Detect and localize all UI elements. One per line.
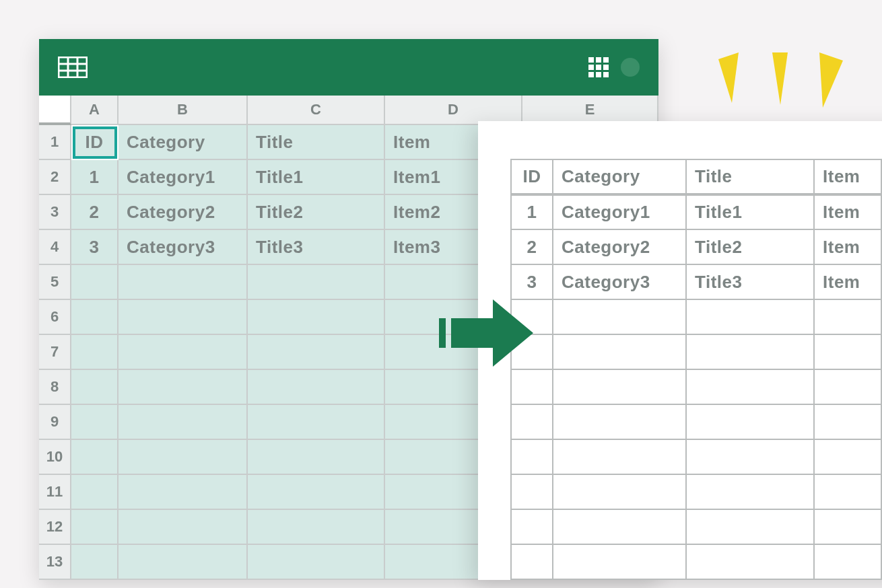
cell[interactable]: [248, 475, 385, 510]
cell-B1[interactable]: Category: [118, 125, 248, 160]
td-category: Category3: [553, 264, 686, 299]
col-header-A[interactable]: A: [71, 96, 118, 125]
cell[interactable]: [118, 370, 248, 405]
row-header[interactable]: 12: [39, 510, 71, 545]
cell[interactable]: [118, 545, 248, 580]
cell[interactable]: [248, 510, 385, 545]
avatar[interactable]: [621, 58, 640, 77]
row-header[interactable]: 5: [39, 265, 71, 300]
cell[interactable]: [248, 335, 385, 370]
td: [686, 404, 814, 439]
table-row: [511, 544, 881, 579]
table-row: [511, 369, 881, 404]
cell[interactable]: [118, 265, 248, 300]
cell-C1[interactable]: Title: [248, 125, 385, 160]
col-header-B[interactable]: B: [118, 96, 248, 125]
cell[interactable]: [71, 405, 118, 440]
cell[interactable]: [248, 545, 385, 580]
td: [814, 439, 881, 474]
cell-C3[interactable]: Title2: [248, 195, 385, 230]
td: [553, 509, 686, 544]
td: [814, 544, 881, 579]
cell[interactable]: [71, 545, 118, 580]
cell[interactable]: [118, 510, 248, 545]
td-category: Category2: [553, 229, 686, 264]
td-item: Item: [814, 264, 881, 299]
cell-B2[interactable]: Category1: [118, 160, 248, 195]
col-header-C[interactable]: C: [248, 96, 385, 125]
apps-grid-icon[interactable]: [588, 57, 609, 77]
cell[interactable]: [118, 405, 248, 440]
cell[interactable]: [248, 370, 385, 405]
sparkle-icon: [708, 52, 850, 122]
row-header[interactable]: 11: [39, 475, 71, 510]
table-row: 3 Category3 Title3 Item: [511, 264, 881, 299]
td: [686, 439, 814, 474]
td-item: Item: [814, 229, 881, 264]
cell[interactable]: [248, 440, 385, 475]
td: [686, 509, 814, 544]
row-header[interactable]: 13: [39, 545, 71, 580]
td: [686, 544, 814, 579]
cell[interactable]: [118, 300, 248, 335]
cell-A3[interactable]: 2: [71, 195, 118, 230]
td: [814, 474, 881, 509]
select-all-corner[interactable]: [39, 96, 71, 125]
cell-C2[interactable]: Title1: [248, 160, 385, 195]
row-header[interactable]: 9: [39, 405, 71, 440]
td: [686, 369, 814, 404]
cell-B4[interactable]: Category3: [118, 230, 248, 265]
td-id: 1: [511, 194, 553, 229]
cell[interactable]: [71, 440, 118, 475]
cell[interactable]: [118, 335, 248, 370]
cell[interactable]: [71, 265, 118, 300]
svg-rect-3: [59, 57, 87, 77]
row-header[interactable]: 6: [39, 300, 71, 335]
cell-A1[interactable]: ID: [73, 126, 117, 159]
table-row: [511, 299, 881, 334]
cell-C4[interactable]: Title3: [248, 230, 385, 265]
td: [511, 404, 553, 439]
td: [553, 369, 686, 404]
table-row: [511, 439, 881, 474]
svg-marker-2: [819, 52, 843, 108]
row-header[interactable]: 8: [39, 370, 71, 405]
td: [814, 404, 881, 439]
cell[interactable]: [248, 265, 385, 300]
row-header[interactable]: 10: [39, 440, 71, 475]
td: [511, 474, 553, 509]
svg-marker-10: [493, 299, 533, 367]
cell[interactable]: [248, 300, 385, 335]
td-title: Title2: [686, 229, 814, 264]
cell[interactable]: [71, 510, 118, 545]
td-id: 3: [511, 264, 553, 299]
svg-marker-0: [718, 52, 739, 103]
row-header[interactable]: 7: [39, 335, 71, 370]
td: [511, 509, 553, 544]
cell[interactable]: [71, 335, 118, 370]
row-header[interactable]: 2: [39, 160, 71, 195]
cell-A4[interactable]: 3: [71, 230, 118, 265]
td: [553, 299, 686, 334]
cell-B3[interactable]: Category2: [118, 195, 248, 230]
row-header[interactable]: 4: [39, 230, 71, 265]
svg-marker-1: [772, 52, 788, 105]
spreadsheet-icon: [58, 57, 88, 78]
td: [686, 299, 814, 334]
cell[interactable]: [248, 405, 385, 440]
cell-A2[interactable]: 1: [71, 160, 118, 195]
td: [553, 474, 686, 509]
td-title: Title3: [686, 264, 814, 299]
cell[interactable]: [71, 475, 118, 510]
td: [553, 404, 686, 439]
cell[interactable]: [118, 475, 248, 510]
row-header[interactable]: 3: [39, 195, 71, 230]
cell[interactable]: [118, 440, 248, 475]
th-title: Title: [686, 159, 814, 194]
td: [814, 509, 881, 544]
td: [553, 544, 686, 579]
cell[interactable]: [71, 370, 118, 405]
cell[interactable]: [71, 300, 118, 335]
row-header[interactable]: 1: [39, 125, 71, 160]
td: [511, 544, 553, 579]
